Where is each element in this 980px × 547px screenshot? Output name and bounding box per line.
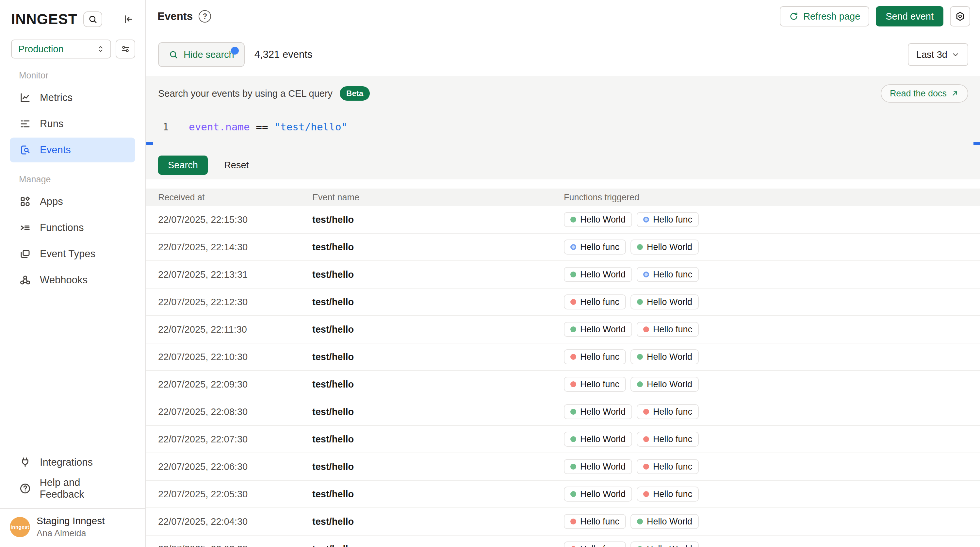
cel-search-title: Search your events by using a CEL query xyxy=(158,88,332,99)
function-badge[interactable]: Hello func xyxy=(637,322,699,337)
search-button[interactable]: Search xyxy=(158,156,208,175)
event-name: test/hello xyxy=(312,352,564,362)
function-badge[interactable]: Hello World xyxy=(564,322,632,337)
cel-query-editor[interactable]: 1 event.name == "test/hello" xyxy=(158,121,968,142)
received-at: 22/07/2025, 22:13:31 xyxy=(146,269,312,280)
function-badge[interactable]: Hello World xyxy=(564,212,632,227)
function-badge[interactable]: Hello World xyxy=(564,432,632,447)
sidebar-item-integrations[interactable]: Integrations xyxy=(10,450,135,475)
function-badge[interactable]: Hello World xyxy=(630,294,699,309)
table-row[interactable]: 22/07/2025, 22:10:30 test/hello Hello fu… xyxy=(146,343,980,371)
function-badge[interactable]: Hello World xyxy=(630,541,699,547)
function-badge[interactable]: Hello func xyxy=(637,404,699,419)
table-row[interactable]: 22/07/2025, 22:09:30 test/hello Hello fu… xyxy=(146,371,980,398)
functions-triggered: Hello WorldHello func xyxy=(564,459,980,474)
table-row[interactable]: 22/07/2025, 22:07:30 test/hello Hello Wo… xyxy=(146,426,980,453)
page-title: Events xyxy=(158,10,193,22)
functions-triggered: Hello funcHello World xyxy=(564,239,980,255)
table-row[interactable]: 22/07/2025, 22:13:31 test/hello Hello Wo… xyxy=(146,261,980,289)
sidebar-item-apps[interactable]: Apps xyxy=(10,189,135,214)
profile-user-name: Ana Almeida xyxy=(37,528,105,539)
refresh-label: Refresh page xyxy=(803,11,860,22)
events-count: 4,321 events xyxy=(255,49,313,61)
received-at: 22/07/2025, 22:04:30 xyxy=(146,516,312,527)
function-badge[interactable]: Hello func xyxy=(637,486,699,502)
sidebar-item-metrics[interactable]: Metrics xyxy=(10,85,135,110)
function-name: Hello World xyxy=(580,489,625,499)
received-at: 22/07/2025, 22:06:30 xyxy=(146,461,312,472)
table-row[interactable]: 22/07/2025, 22:11:30 test/hello Hello Wo… xyxy=(146,316,980,343)
environment-settings-button[interactable] xyxy=(116,40,135,59)
sidebar-item-functions[interactable]: Functions xyxy=(10,215,135,240)
function-name: Hello World xyxy=(580,434,625,444)
refresh-icon xyxy=(789,11,799,21)
function-badge[interactable]: Hello func xyxy=(564,349,626,364)
function-badge[interactable]: Hello World xyxy=(564,459,632,474)
received-at: 22/07/2025, 22:05:30 xyxy=(146,489,312,500)
function-badge[interactable]: Hello World xyxy=(564,486,632,502)
function-name: Hello World xyxy=(647,544,692,547)
function-status-dot xyxy=(570,299,576,305)
received-at: 22/07/2025, 22:08:30 xyxy=(146,407,312,417)
table-row[interactable]: 22/07/2025, 22:05:30 test/hello Hello Wo… xyxy=(146,481,980,508)
send-event-button[interactable]: Send event xyxy=(876,6,943,27)
function-badge[interactable]: Hello World xyxy=(564,404,632,419)
function-badge[interactable]: Hello func xyxy=(637,432,699,447)
function-badge[interactable]: Hello World xyxy=(630,377,699,392)
global-search-button[interactable] xyxy=(83,11,102,27)
function-badge[interactable]: Hello World xyxy=(630,349,699,364)
settings-button[interactable] xyxy=(950,6,970,27)
editor-resize-handle[interactable] xyxy=(974,142,980,145)
sidebar-item-runs[interactable]: Runs xyxy=(10,112,135,136)
function-badge[interactable]: Hello func xyxy=(637,267,699,282)
reset-button[interactable]: Reset xyxy=(224,160,249,171)
nav-section-monitor: Monitor xyxy=(10,70,135,81)
function-badge[interactable]: Hello func xyxy=(637,212,699,227)
function-name: Hello func xyxy=(653,215,692,225)
functions-triggered: Hello funcHello World xyxy=(564,541,980,547)
hide-search-button[interactable]: Hide search xyxy=(158,42,245,67)
sidebar-item-webhooks[interactable]: Webhooks xyxy=(10,268,135,292)
table-row[interactable]: 22/07/2025, 22:14:30 test/hello Hello fu… xyxy=(146,234,980,261)
time-range-select[interactable]: Last 3d xyxy=(908,43,968,66)
sidebar-item-events[interactable]: Events xyxy=(10,137,135,163)
function-badge[interactable]: Hello func xyxy=(564,541,626,547)
events-toolbar: Hide search 4,321 events Last 3d xyxy=(146,33,980,76)
function-badge[interactable]: Hello func xyxy=(564,377,626,392)
function-badge[interactable]: Hello World xyxy=(630,239,699,255)
page-help-icon[interactable]: ? xyxy=(199,10,211,22)
editor-line-number: 1 xyxy=(158,121,173,133)
table-row[interactable]: 22/07/2025, 22:12:30 test/hello Hello fu… xyxy=(146,289,980,316)
read-the-docs-button[interactable]: Read the docs xyxy=(881,84,968,103)
external-link-icon xyxy=(951,89,959,98)
environment-select-value: Production xyxy=(18,44,64,54)
function-badge[interactable]: Hello World xyxy=(564,267,632,282)
function-badge[interactable]: Hello func xyxy=(564,294,626,309)
table-row[interactable]: 22/07/2025, 22:15:30 test/hello Hello Wo… xyxy=(146,206,980,234)
search-icon xyxy=(169,49,178,59)
function-status-dot xyxy=(643,491,649,497)
sidebar-item-label: Events xyxy=(40,144,71,156)
table-row[interactable]: 22/07/2025, 22:08:30 test/hello Hello Wo… xyxy=(146,398,980,426)
sidebar-item-help[interactable]: Help and Feedback xyxy=(10,476,135,501)
table-row[interactable]: 22/07/2025, 22:06:30 test/hello Hello Wo… xyxy=(146,453,980,481)
sidebar-item-event-types[interactable]: Event Types xyxy=(10,241,135,266)
function-badge[interactable]: Hello func xyxy=(564,514,626,529)
function-name: Hello World xyxy=(580,462,625,472)
function-status-dot xyxy=(570,217,576,223)
event-name: test/hello xyxy=(312,516,564,527)
table-row[interactable]: 22/07/2025, 22:03:30 test/hello Hello fu… xyxy=(146,536,980,547)
function-badge[interactable]: Hello func xyxy=(564,239,626,255)
function-badge[interactable]: Hello func xyxy=(637,459,699,474)
sidebar-item-label: Webhooks xyxy=(40,274,88,286)
environment-select[interactable]: Production xyxy=(11,40,111,59)
refresh-page-button[interactable]: Refresh page xyxy=(780,6,869,27)
function-name: Hello World xyxy=(647,517,692,527)
received-at: 22/07/2025, 22:03:30 xyxy=(146,544,312,547)
editor-resize-handle[interactable] xyxy=(146,142,153,145)
profile-card[interactable]: inngest Staging Inngest Ana Almeida xyxy=(0,508,145,547)
function-badge[interactable]: Hello World xyxy=(630,514,699,529)
collapse-sidebar-button[interactable] xyxy=(121,12,135,27)
table-row[interactable]: 22/07/2025, 22:04:30 test/hello Hello fu… xyxy=(146,508,980,536)
function-name: Hello World xyxy=(580,270,625,280)
